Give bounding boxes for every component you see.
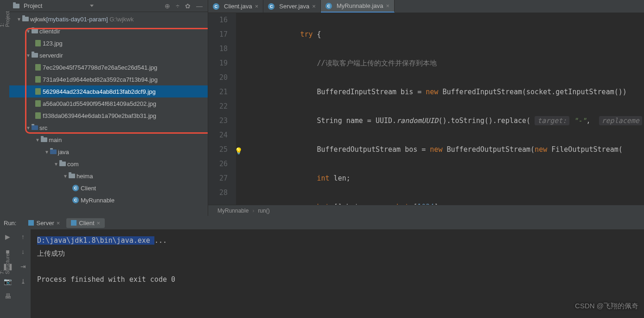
code-text: String name = UUID.: [317, 117, 397, 125]
tree-package-heima[interactable]: heima: [9, 170, 208, 182]
left-tool-strip: 1: Project 7: Structure: [0, 0, 9, 216]
line-number: 20: [208, 71, 228, 85]
keyword: new: [426, 88, 438, 96]
keyword: try: [300, 30, 312, 39]
close-icon[interactable]: ×: [97, 220, 101, 227]
console-output[interactable]: D:\java\jdk1.8\bin\java.exe ... 上传成功 Pro…: [31, 229, 644, 318]
run-header: Run: Server× Client×: [0, 216, 644, 229]
scroll-icon[interactable]: ⤓: [19, 277, 28, 286]
class-label: MyRunnable: [81, 197, 115, 204]
class-icon: C: [325, 3, 332, 9]
run-title: Run:: [4, 220, 16, 227]
config-icon: [71, 220, 77, 226]
tab-server[interactable]: CServer.java×: [263, 0, 321, 13]
line-number: 18: [208, 42, 228, 56]
folder-icon: [41, 137, 47, 142]
package-icon: [59, 162, 66, 166]
minimize-icon[interactable]: —: [195, 2, 204, 10]
close-icon[interactable]: ×: [57, 220, 60, 227]
tab-label: Server.java: [279, 3, 309, 10]
code-text: BufferedOutputStream(: [442, 145, 535, 154]
close-icon[interactable]: ×: [312, 3, 316, 10]
tab-myrunnable[interactable]: CMyRunnable.java×: [321, 0, 395, 13]
chevron-right-icon: ›: [252, 208, 254, 214]
line-number: 27: [208, 171, 228, 186]
tree-package-com[interactable]: com: [9, 158, 208, 170]
tree-file[interactable]: 7ec290e45f7547798d7e26a5ec26d541.jpg: [9, 61, 208, 73]
root-path: G:\wjkwk: [109, 16, 134, 23]
expand-icon[interactable]: ÷: [174, 2, 181, 10]
folder-label: com: [67, 161, 79, 168]
class-label: Client: [81, 185, 96, 192]
tab-client[interactable]: CClient.java×: [208, 0, 263, 13]
dropdown-icon[interactable]: [90, 5, 94, 7]
folder-icon: [50, 149, 57, 154]
tree-class-client[interactable]: CClient: [9, 182, 208, 194]
param-hint: replaceme: [599, 116, 642, 125]
line-number: 19: [208, 56, 228, 71]
code-text: BufferedInputStream(socket.getInputStrea…: [438, 88, 626, 96]
package-icon: [69, 174, 75, 178]
tree-root[interactable]: wjkwk [mybatis-day01-param] G:\wjkwk: [9, 13, 208, 25]
wrap-icon[interactable]: ⇥: [19, 262, 28, 271]
code-text: ().toString().replace(: [438, 117, 535, 125]
close-icon[interactable]: ×: [386, 2, 389, 9]
breadcrumb-item[interactable]: run(): [258, 208, 269, 214]
image-icon: [35, 76, 41, 83]
tab-label: MyRunnable.java: [337, 2, 383, 9]
class-icon: C: [72, 197, 79, 203]
code-text: BufferedOutputStream bos =: [317, 145, 430, 154]
folder-label: serverdir: [39, 52, 63, 59]
output-line: Process finished with exit code 0: [37, 275, 175, 284]
tree-file[interactable]: 731a94e1d9644ebd82a3592ca7f13b94.jpg: [9, 73, 208, 85]
run-tab-server[interactable]: Server×: [24, 218, 64, 228]
class-icon: C: [268, 3, 274, 10]
code-content[interactable]: try { //读取客户端上传的文件并保存到本地 BufferedInputSt…: [236, 13, 644, 205]
print-icon[interactable]: 🖶: [3, 292, 13, 301]
locate-icon[interactable]: ⊕: [163, 2, 172, 10]
tree-folder-serverdir[interactable]: serverdir: [9, 49, 208, 61]
output-line: D:\java\jdk1.8\bin\java.exe: [37, 236, 154, 245]
down-icon[interactable]: ↓: [19, 247, 28, 256]
tree-folder-java[interactable]: java: [9, 146, 208, 158]
run-tab-client[interactable]: Client×: [66, 218, 105, 228]
run-panel: Run: Server× Client× ▶ ■ ❚❚ 📷 🖶 ↑ ↓ ⇥ ⤓: [0, 216, 644, 318]
param-hint: target:: [535, 116, 569, 125]
file-label: 731a94e1d9644ebd82a3592ca7f13b94.jpg: [43, 76, 158, 83]
gutter: 16 17 18 19 20 21 22 23 24 25 26 27 28 💡: [208, 13, 236, 205]
intention-bulb-icon[interactable]: 💡: [235, 144, 242, 158]
file-label: 123.jpg: [43, 40, 63, 47]
folder-icon: [13, 4, 19, 8]
project-tree[interactable]: wjkwk [mybatis-day01-param] G:\wjkwk cli…: [9, 12, 208, 216]
image-icon: [35, 40, 41, 46]
line-number: 23: [208, 114, 228, 128]
file-label: 7ec290e45f7547798d7e26a5ec26d541.jpg: [43, 64, 157, 71]
run-tab-label: Client: [79, 220, 94, 227]
tree-folder-main[interactable]: main: [9, 134, 208, 146]
method: randomUUID: [396, 117, 438, 125]
project-header: Project ⊕ ÷ ✿ —: [9, 0, 208, 12]
line-number: 28: [208, 186, 228, 200]
tree-file-selected[interactable]: 5629844ad2324acba4ab8d13fab2dcf9.jpg: [9, 85, 208, 97]
rerun-button[interactable]: ▶: [3, 232, 13, 241]
camera-icon[interactable]: 📷: [3, 277, 13, 286]
tree-file[interactable]: 123.jpg: [9, 37, 208, 49]
close-icon[interactable]: ×: [255, 3, 259, 10]
code-text: BufferedInputStream bis =: [317, 88, 426, 96]
tree-folder-clientdir[interactable]: clientdir: [9, 25, 208, 37]
sidebar-tab-structure[interactable]: 7: Structure: [0, 252, 11, 276]
tree-file[interactable]: a56a00a01d55490f954f681409a5d202.jpg: [9, 97, 208, 110]
editor-area: CClient.java× CServer.java× CMyRunnable.…: [208, 0, 644, 216]
breadcrumb-item[interactable]: MyRunnable: [217, 208, 249, 214]
gear-icon[interactable]: ✿: [184, 2, 192, 10]
line-number: 22: [208, 99, 228, 114]
folder-label: heima: [77, 173, 93, 180]
code-editor[interactable]: 16 17 18 19 20 21 22 23 24 25 26 27 28 💡: [208, 13, 644, 205]
up-icon[interactable]: ↑: [19, 232, 28, 241]
line-number: 26: [208, 157, 228, 171]
keyword: new: [430, 145, 442, 154]
tree-class-myrunnable[interactable]: CMyRunnable: [9, 194, 208, 206]
tree-file[interactable]: f338da0639464e6dab1a790e2baf3b31.jpg: [9, 110, 208, 122]
folder-label: clientdir: [39, 28, 60, 35]
tree-folder-src[interactable]: src: [9, 122, 208, 134]
